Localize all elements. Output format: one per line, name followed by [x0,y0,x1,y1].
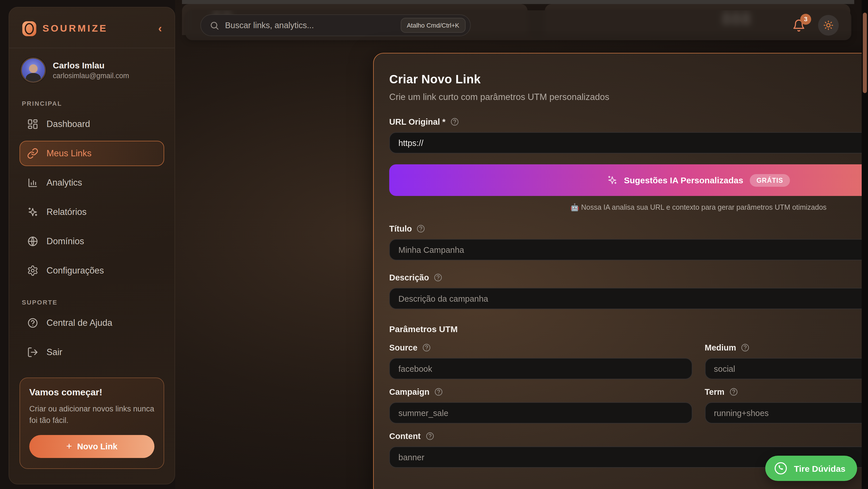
help-icon[interactable] [425,432,435,441]
sparkles-icon [607,175,618,185]
sidebar-menu: Dashboard Meus Links Analytics [9,112,175,283]
logo-icon [22,20,37,37]
sidebar-item-label: Meus Links [46,148,92,159]
theme-toggle-button[interactable] [818,15,839,36]
content-label: Content [389,432,421,441]
utm-medium-input[interactable] [705,358,868,379]
create-link-panel: Criar Novo Link Crie um link curto com p… [373,53,868,489]
shortcut-badge: Atalho Cmd/Ctrl+K [400,18,466,33]
sidebar-item-configuracoes[interactable]: Configurações [20,258,164,283]
ai-suggestions-button[interactable]: Sugestões IA Personalizadas GRÁTIS [389,164,868,196]
bar-chart-icon [27,177,38,189]
user-name: Carlos Imlau [53,60,129,71]
global-search[interactable]: Atalho Cmd/Ctrl+K [200,15,471,36]
sidebar-item-label: Domínios [46,236,84,247]
titulo-input[interactable] [389,239,868,260]
help-circle-icon [27,317,38,329]
utm-campaign-input[interactable] [389,402,692,424]
gratis-badge: GRÁTIS [749,174,790,186]
topbar-actions: 3 [792,15,851,36]
panel-title: Criar Novo Link [389,73,868,86]
sidebar-item-analytics[interactable]: Analytics [20,170,164,195]
section-label-suporte: SUPORTE [9,287,175,310]
app-root: SOURMIZE ‹ Carlos Imlau carlosimlau@gmai… [0,0,868,489]
whatsapp-label: Tire Dúvidas [794,463,846,473]
section-label-principal: PRINCIPAL [9,88,175,112]
help-icon[interactable] [434,273,443,282]
sidebar-item-relatorios[interactable]: Relatórios [20,199,164,225]
help-icon[interactable] [450,117,459,126]
sidebar-item-sair[interactable]: Sair [20,340,164,365]
sidebar-collapse-button[interactable]: ‹ [156,22,164,35]
titulo-label: Título [389,224,412,233]
utm-grid-row-2: Campaign Term [389,379,868,424]
brand-name: SOURMIZE [42,23,150,34]
search-input[interactable] [225,21,395,30]
gear-icon [27,265,38,277]
notifications-button[interactable]: 3 [792,19,805,32]
sidebar-item-dashboard[interactable]: Dashboard [20,112,164,137]
getting-started-card: Vamos começar! Criar ou adicionar novos … [20,377,164,469]
sidebar-item-label: Central de Ajuda [46,318,112,328]
user-email: carlosimlau@gmail.com [53,71,129,81]
help-icon[interactable] [741,343,750,352]
ai-button-label: Sugestões IA Personalizadas [624,175,743,185]
sidebar-header: SOURMIZE ‹ [9,7,175,48]
utm-term-input[interactable] [705,402,868,424]
background-top-strip [182,0,854,4]
help-icon[interactable] [434,387,443,397]
utm-source-input[interactable] [389,358,692,379]
panel-subtitle: Crie um link curto com parâmetros UTM pe… [389,92,868,102]
link-icon [27,148,38,159]
ai-note: 🤖 Nossa IA analisa sua URL e contexto pa… [389,203,868,211]
help-icon[interactable] [729,387,738,397]
sidebar-item-label: Dashboard [46,119,90,129]
sun-icon [823,20,834,30]
sidebar-support-menu: Central de Ajuda Sair [9,310,175,365]
url-label: URL Original * [389,117,445,126]
getting-started-body: Criar ou adicionar novos links nunca foi… [29,403,154,427]
sidebar-item-meus-links[interactable]: Meus Links [20,141,164,166]
sidebar-item-central-de-ajuda[interactable]: Central de Ajuda [20,310,164,336]
source-label: Source [389,343,417,352]
top-header-bar: Atalho Cmd/Ctrl+K 3 [185,10,851,40]
descricao-label: Descrição [389,273,429,282]
novo-link-button[interactable]: + Novo Link [29,435,154,458]
sparkles-icon [27,206,38,218]
notification-count-badge: 3 [800,13,811,24]
sidebar-item-label: Configurações [46,265,104,276]
scrollbar-thumb[interactable] [863,12,867,93]
user-info: Carlos Imlau carlosimlau@gmail.com [53,60,129,81]
scrollbar[interactable] [862,0,868,489]
medium-label: Medium [705,343,736,352]
novo-link-label: Novo Link [77,441,117,451]
user-profile[interactable]: Carlos Imlau carlosimlau@gmail.com [9,48,175,88]
getting-started-title: Vamos começar! [29,387,154,398]
utm-grid-row-1: Source Medium [389,334,868,379]
help-icon[interactable] [416,224,426,233]
whatsapp-support-button[interactable]: Tire Dúvidas [765,456,857,481]
sidebar-item-label: Analytics [46,177,82,188]
plus-icon: + [66,440,72,452]
descricao-input[interactable] [389,288,868,309]
dashboard-grid-icon [27,118,38,130]
main-area: 52 888 Atalho Cmd/Ctrl+K [175,0,868,489]
whatsapp-icon [773,461,788,476]
term-label: Term [705,387,724,397]
url-input[interactable] [389,132,868,153]
sidebar-item-label: Sair [46,347,62,357]
avatar [21,57,46,83]
help-icon[interactable] [422,343,431,352]
sidebar: SOURMIZE ‹ Carlos Imlau carlosimlau@gmai… [9,7,175,484]
sidebar-item-label: Relatórios [46,207,87,217]
sidebar-item-dominios[interactable]: Domínios [20,229,164,254]
search-icon [210,20,219,30]
globe-icon [27,236,38,247]
logout-icon [27,346,38,358]
campaign-label: Campaign [389,387,429,397]
utm-heading: Parâmetros UTM [389,324,868,334]
